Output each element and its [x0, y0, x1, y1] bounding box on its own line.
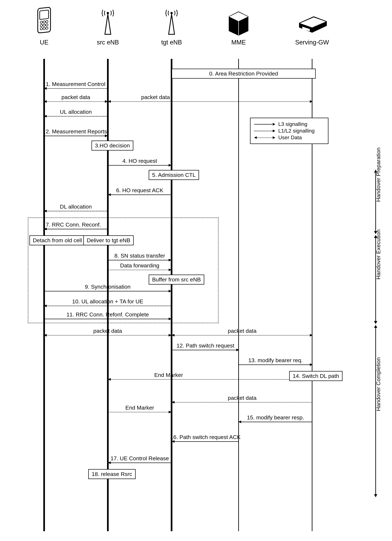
msg-label: 9. Synchronisation	[85, 284, 131, 290]
msg-label: 4. HO request	[122, 158, 157, 164]
msg-label: packet data	[93, 328, 122, 334]
phase-preparation: Handover Preparation	[371, 170, 381, 234]
legend: L3 signalling L1/L2 signalling User Data	[250, 118, 328, 144]
msg-label: 7. RRC Conn. Reconf.	[46, 221, 101, 228]
msg-label: Data forwarding	[120, 262, 159, 269]
legend-row: L1/L2 signalling	[254, 128, 324, 134]
phase-completion: Handover Completion	[371, 325, 381, 497]
msg-label: 10. UL allocation + TA for UE	[72, 298, 143, 305]
msg-label: packet data	[228, 328, 257, 334]
book-icon	[226, 6, 252, 36]
actor-label: src eNB	[90, 39, 126, 46]
phase-label: Handover Completion	[375, 357, 382, 411]
box-buffer-from-src: Buffer from src eNB	[149, 275, 204, 285]
phase-execution: Handover Execution	[371, 235, 381, 324]
lifeline-mme	[238, 59, 239, 531]
box-release-rsrc: 18. release Rsrc	[88, 469, 136, 479]
msg-label: 12. Path switch request	[176, 342, 234, 349]
legend-line-dotted	[254, 136, 275, 139]
sequence-diagram: UE src eNB tgt eNB	[6, 6, 386, 535]
actor-ue: UE	[26, 6, 62, 46]
antenna-icon	[162, 6, 181, 36]
box-deliver-tgt-enb: Deliver to tgt eNB	[83, 235, 134, 245]
legend-label: L3 signalling	[278, 121, 307, 127]
msg-label: packet data	[141, 94, 170, 100]
box-switch-dl-path: 14. Switch DL path	[289, 371, 342, 381]
legend-line-dashdot	[254, 129, 275, 133]
actor-label: tgt eNB	[154, 39, 190, 46]
actor-mme: MME	[221, 6, 257, 46]
msg-label: packet data	[228, 395, 257, 401]
phone-icon	[35, 6, 53, 36]
legend-line-solid	[254, 123, 275, 126]
box-label: 14. Switch DL path	[293, 373, 339, 379]
actor-label: Serving-GW	[294, 39, 330, 46]
msg-label: 15. modify bearer resp.	[247, 414, 304, 421]
actor-label: UE	[26, 39, 62, 46]
antenna-icon	[98, 6, 118, 36]
box-detach-old-cell: Detach from old cell	[29, 235, 85, 245]
box-ho-decision: 3.HO decision	[92, 140, 133, 151]
msg-label: End Marker	[125, 405, 154, 411]
svg-point-12	[170, 12, 173, 14]
msg-label: UL allocation	[60, 109, 92, 115]
msg-label: 2. Measurement Reports	[46, 128, 107, 135]
box-area-restriction: 0. Area Restriction Provided	[172, 69, 316, 79]
msg-label: 16. Path switch request ACK	[170, 434, 241, 440]
box-label: Deliver to tgt eNB	[87, 237, 130, 243]
phase-label: Handover Execution	[375, 229, 382, 280]
msg-label: End Marker	[154, 372, 183, 378]
router-icon	[296, 6, 328, 36]
msg-label: 11. RRC Conn. Refonf. Complete	[67, 311, 149, 318]
msg-label: packet data	[62, 94, 90, 100]
box-label: 3.HO decision	[95, 142, 130, 149]
box-label: 0. Area Restriction Provided	[209, 70, 278, 77]
box-label: Detach from old cell	[33, 237, 82, 243]
phase-label: Handover Preparation	[375, 147, 382, 202]
msg-label: 17. UE Control Release	[110, 455, 169, 462]
svg-point-11	[107, 12, 109, 14]
msg-label: 13. modify bearer req.	[248, 357, 303, 364]
actor-tgt-enb: tgt eNB	[154, 6, 190, 46]
box-label: 5. Admission CTL	[152, 172, 196, 178]
box-admission-ctl: 5. Admission CTL	[149, 170, 199, 180]
legend-label: L1/L2 signalling	[278, 128, 315, 134]
frame-handover-execution	[28, 217, 219, 323]
msg-label: 6. HO request ACK	[116, 187, 163, 193]
box-label: Buffer from src eNB	[152, 276, 201, 283]
actor-label: MME	[221, 39, 257, 46]
actor-src-enb: src eNB	[90, 6, 126, 46]
legend-label: User Data	[278, 135, 302, 140]
legend-row: User Data	[254, 135, 324, 140]
msg-label: 8. SN status transfer	[114, 253, 165, 259]
box-label: 18. release Rsrc	[92, 471, 132, 477]
legend-row: L3 signalling	[254, 121, 324, 127]
msg-label: 1. Measurement Control	[46, 81, 105, 87]
svg-rect-1	[40, 10, 49, 20]
actor-serving-gw: Serving-GW	[294, 6, 330, 46]
msg-label: DL allocation	[60, 203, 92, 210]
